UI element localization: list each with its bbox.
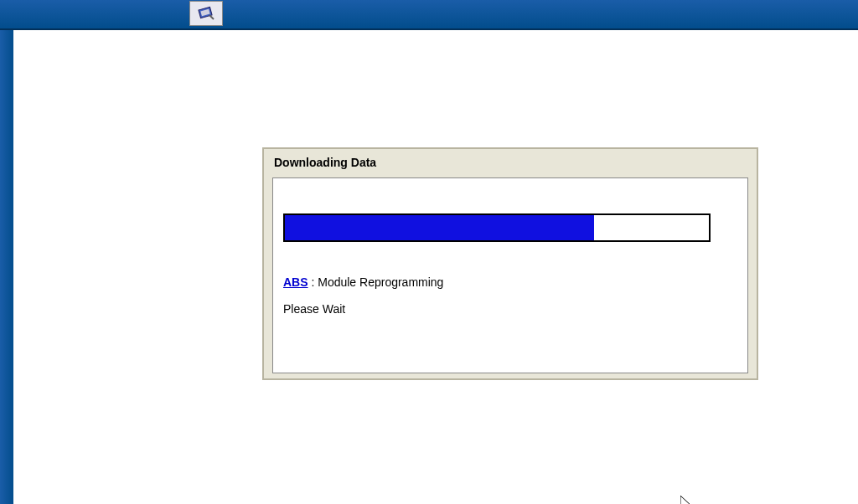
- status-line: ABS : Module Reprogramming: [283, 275, 737, 289]
- downloading-dialog: Downloading Data ABS : Module Reprogramm…: [262, 147, 758, 380]
- dialog-title: Downloading Data: [264, 149, 757, 176]
- window-left-frame: [0, 30, 13, 504]
- main-content-area: Downloading Data ABS : Module Reprogramm…: [13, 30, 858, 504]
- window-title-bar: [0, 0, 858, 30]
- progress-bar: [283, 213, 711, 242]
- module-link[interactable]: ABS: [283, 275, 308, 289]
- progress-bar-fill: [285, 215, 594, 240]
- svg-line-2: [209, 15, 214, 19]
- dialog-body: ABS : Module Reprogramming Please Wait: [272, 177, 748, 373]
- mouse-cursor-icon: [680, 496, 695, 504]
- please-wait-text: Please Wait: [283, 302, 737, 316]
- diagnostic-scanner-icon: [189, 1, 223, 26]
- module-text: : Module Reprogramming: [308, 275, 444, 289]
